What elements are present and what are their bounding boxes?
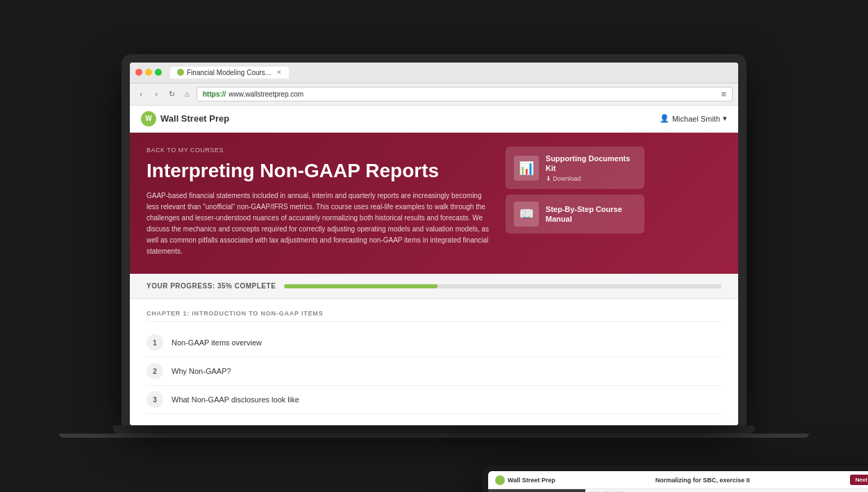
- https-indicator: https://: [203, 90, 226, 98]
- lesson-number: 3: [147, 391, 163, 408]
- tab-close-icon[interactable]: ✕: [276, 69, 282, 76]
- back-button[interactable]: ‹: [135, 88, 147, 99]
- hero-content: BACK TO MY COURSES Interpreting Non-GAAP…: [147, 147, 492, 258]
- traffic-lights: [135, 69, 162, 76]
- supporting-docs-kit-card[interactable]: 📊 Supporting Documents Kit ⬇ Download: [506, 147, 644, 190]
- back-link[interactable]: BACK TO MY COURSES: [147, 147, 492, 154]
- lesson-item[interactable]: 2 Why Non-GAAP?: [147, 357, 721, 386]
- menu-button[interactable]: ≡: [721, 89, 726, 99]
- lesson-title: What Non-GAAP disclosures look like: [172, 395, 299, 404]
- site-logo[interactable]: W Wall Street Prep: [141, 111, 229, 126]
- kit-icon: 📊: [514, 156, 539, 181]
- tablet-logo-icon: [495, 475, 505, 485]
- laptop-screen-frame: Financial Modeling Cours... ✕ ‹ › ↻ ⌂ ht…: [122, 54, 746, 426]
- course-hero: BACK TO MY COURSES Interpreting Non-GAAP…: [130, 133, 738, 274]
- progress-fill: [284, 284, 437, 288]
- close-button[interactable]: [135, 69, 142, 76]
- tablet-header: Wall Street Prep Normalizing for SBC, ex…: [488, 471, 868, 489]
- logo-text: Wall Street Prep: [160, 113, 229, 124]
- course-manual-card[interactable]: 📖 Step-By-Step Course Manual: [506, 195, 644, 233]
- tablet-outer: Wall Street Prep Normalizing for SBC, ex…: [483, 466, 868, 492]
- lesson-number: 1: [147, 334, 163, 351]
- manual-info: Step-By-Step Course Manual: [546, 204, 636, 224]
- maximize-button[interactable]: [155, 69, 162, 76]
- tablet-course-title: Normalizing for SBC, exercise II: [656, 477, 750, 484]
- tablet-logo-text: Wall Street Prep: [508, 477, 556, 484]
- tablet-sidebar: Interpreting Non-GAAP Reports 54% COMPLE…: [488, 489, 585, 492]
- forward-button[interactable]: ›: [151, 88, 162, 99]
- lesson-title: Non-GAAP items overview: [172, 338, 262, 347]
- course-title: Interpreting Non-GAAP Reports: [147, 159, 492, 183]
- site-header: W Wall Street Prep 👤 Michael Smith ▾: [130, 106, 738, 133]
- home-button[interactable]: ⌂: [181, 88, 192, 99]
- tablet-next-button[interactable]: Next: [850, 475, 868, 485]
- tablet-spreadsheet: ☰ ⊞ ★ Jones Motor Company: [585, 489, 868, 492]
- course-description: GAAP-based financial statements included…: [147, 190, 492, 257]
- tablet-main: Interpreting Non-GAAP Reports 54% COMPLE…: [488, 489, 868, 492]
- url-domain: www.wallstreetprep.com: [228, 90, 303, 98]
- refresh-button[interactable]: ↻: [166, 88, 177, 99]
- kit-download[interactable]: ⬇ Download: [546, 175, 636, 182]
- browser-nav: ‹ › ↻ ⌂ https:// www.wallstreetprep.com …: [130, 83, 738, 106]
- hero-sidebar: 📊 Supporting Documents Kit ⬇ Download 📖 …: [506, 147, 644, 258]
- spreadsheet-toolbar: ☰ ⊞ ★: [585, 489, 868, 492]
- manual-icon: 📖: [514, 202, 539, 227]
- tab-favicon: [177, 69, 184, 76]
- manual-title: Step-By-Step Course Manual: [546, 204, 636, 224]
- logo-icon: W: [141, 111, 156, 126]
- progress-bar: [284, 284, 721, 288]
- user-menu[interactable]: 👤 Michael Smith ▾: [660, 114, 727, 123]
- kit-info: Supporting Documents Kit ⬇ Download: [546, 154, 636, 183]
- tablet-logo: Wall Street Prep: [495, 475, 556, 485]
- kit-title: Supporting Documents Kit: [546, 154, 636, 174]
- minimize-button[interactable]: [145, 69, 152, 76]
- tablet-screen: Wall Street Prep Normalizing for SBC, ex…: [488, 471, 868, 492]
- user-name: Michael Smith: [672, 115, 720, 123]
- tab-title: Financial Modeling Cours...: [187, 69, 271, 76]
- lesson-title: Why Non-GAAP?: [172, 367, 231, 375]
- progress-section: YOUR PROGRESS: 35% COMPLETE: [130, 274, 738, 299]
- chapter-heading: CHAPTER 1: INTRODUCTION TO NON-GAAP ITEM…: [147, 310, 721, 322]
- lesson-item[interactable]: 1 Non-GAAP items overview: [147, 329, 721, 357]
- user-icon: 👤: [660, 114, 669, 123]
- lesson-item[interactable]: 3 What Non-GAAP disclosures look like: [147, 386, 721, 414]
- address-bar[interactable]: https:// www.wallstreetprep.com ≡: [197, 87, 733, 101]
- browser-tab[interactable]: Financial Modeling Cours... ✕: [170, 67, 289, 79]
- user-chevron: ▾: [723, 114, 727, 123]
- laptop-screen: Financial Modeling Cours... ✕ ‹ › ↻ ⌂ ht…: [130, 63, 738, 426]
- course-content: CHAPTER 1: INTRODUCTION TO NON-GAAP ITEM…: [130, 299, 738, 425]
- lesson-number: 2: [147, 363, 163, 379]
- progress-label: YOUR PROGRESS: 35% COMPLETE: [147, 282, 276, 290]
- laptop-frame: Financial Modeling Cours... ✕ ‹ › ↻ ⌂ ht…: [122, 54, 746, 438]
- browser-chrome: Financial Modeling Cours... ✕: [130, 63, 738, 83]
